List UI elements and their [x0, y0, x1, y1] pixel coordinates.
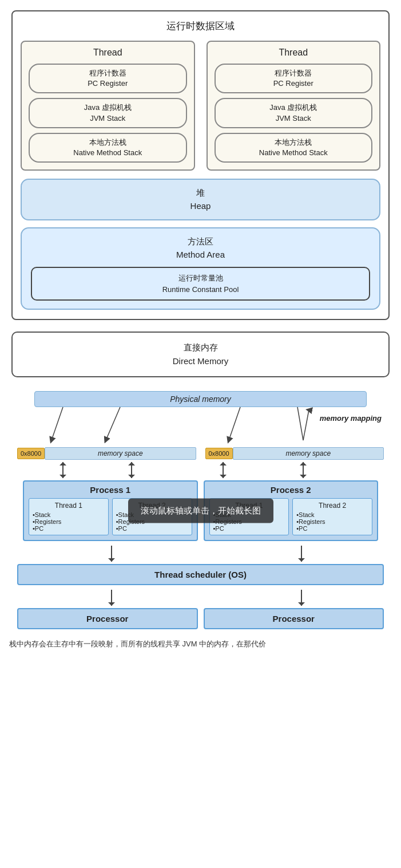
p2-thread1: Thread 1 •Stack •Registers •PC: [209, 498, 289, 535]
svg-line-2: [229, 407, 240, 440]
thread1-title: Thread: [29, 48, 187, 58]
scheduler-box: Thread scheduler (OS): [17, 564, 384, 585]
thread2-pc: 程序计数器 PC Register: [215, 64, 373, 93]
scheduler-row: Thread scheduler (OS): [11, 564, 390, 585]
thread2-title: Thread: [215, 48, 373, 58]
svg-marker-16: [300, 462, 307, 465]
svg-marker-9: [128, 475, 135, 478]
mem-space-label-2: memory space: [233, 447, 384, 460]
processor-box-1: Processor: [17, 608, 198, 629]
thread1-native: 本地方法栈 Native Method Stack: [29, 133, 187, 163]
process1-threads-row: Thread 1 •Stack •Registers •PC Thread 2 …: [29, 498, 192, 535]
svg-marker-24: [298, 602, 305, 606]
svg-marker-13: [220, 462, 227, 465]
runtime-area: 运行时数据区域 Thread 程序计数器 PC Register Java 虚拟…: [11, 10, 390, 320]
p2-thread2: Thread 2 •Stack •Registers •PC: [292, 498, 372, 535]
threads-row: Thread 程序计数器 PC Register Java 虚拟机栈 JVM S…: [21, 41, 380, 171]
toast-overlay: Process 1 Thread 1 •Stack •Registers •PC…: [17, 480, 384, 541]
svg-marker-15: [300, 475, 307, 478]
connector-arrows-svg: [17, 407, 384, 447]
direct-memory-box: 直接内存 Direct Memory: [11, 332, 390, 377]
svg-line-0: [51, 407, 63, 440]
method-area-box: 方法区 Method Area 运行时常量池 Runtime Constant …: [21, 227, 380, 310]
svg-marker-6: [59, 475, 66, 478]
updown-arrows-svg: [17, 462, 384, 478]
process2-threads-row: Thread 1 •Stack •Registers •PC Thread 2 …: [209, 498, 373, 535]
process-box-2: Process 2 Thread 1 •Stack •Registers •PC…: [204, 480, 379, 541]
processor-box-2: Processor: [204, 608, 384, 629]
svg-marker-10: [128, 462, 135, 465]
bottom-text: 栈中内存会在主存中有一段映射，而所有的线程共享 JVM 中的内存，在那代价: [0, 634, 401, 655]
top-diagram: 运行时数据区域 Thread 程序计数器 PC Register Java 虚拟…: [0, 0, 401, 326]
process1-title: Process 1: [29, 485, 192, 495]
svg-marker-7: [59, 462, 66, 465]
p1-thread1: Thread 1 •Stack •Registers •PC: [29, 498, 109, 535]
runtime-pool-box: 运行时常量池 Runtime Constant Pool: [31, 267, 370, 301]
proc-to-sched-arrows: [17, 546, 384, 564]
sched-to-proc-arrows: [17, 590, 384, 608]
method-area-title: 方法区 Method Area: [31, 235, 370, 261]
process-box-1: Process 1 Thread 1 •Stack •Registers •PC…: [23, 480, 198, 541]
svg-marker-20: [298, 558, 305, 562]
svg-line-1: [106, 407, 120, 440]
runtime-area-title: 运行时数据区域: [21, 19, 380, 33]
memory-mapping-label: memory mapping: [320, 414, 382, 423]
heap-box: 堆 Heap: [21, 179, 380, 220]
addr-label-2: 0x8000: [205, 448, 233, 459]
direct-memory-wrapper: 直接内存 Direct Memory: [0, 326, 401, 385]
addr-mem-block-1: 0x8000 memory space: [17, 447, 196, 460]
addr-mem-block-2: 0x8000 memory space: [205, 447, 384, 460]
physical-memory-label: Physical memory: [170, 394, 231, 404]
bottom-diagram: Physical memory: [0, 385, 401, 629]
p1-thread2: Thread 2 •Stack •Registers •PC: [112, 498, 192, 535]
addr-mem-row: 0x8000 memory space 0x8000 memory space: [11, 447, 390, 460]
svg-marker-18: [108, 558, 115, 562]
svg-marker-12: [220, 475, 227, 478]
processes-row: Process 1 Thread 1 •Stack •Registers •PC…: [17, 480, 384, 541]
svg-line-3: [297, 407, 303, 440]
svg-marker-22: [108, 602, 115, 606]
thread1-pc: 程序计数器 PC Register: [29, 64, 187, 93]
thread2-native: 本地方法栈 Native Method Stack: [215, 133, 373, 163]
thread-box-1: Thread 程序计数器 PC Register Java 虚拟机栈 JVM S…: [21, 41, 195, 171]
thread-box-2: Thread 程序计数器 PC Register Java 虚拟机栈 JVM S…: [207, 41, 381, 171]
physical-memory-bar: Physical memory: [34, 391, 367, 407]
addr-label-1: 0x8000: [17, 448, 45, 459]
processors-row: Processor Processor: [11, 608, 390, 629]
thread1-jvm: Java 虚拟机栈 JVM Stack: [29, 98, 187, 128]
process2-title: Process 2: [209, 485, 373, 495]
mem-space-label-1: memory space: [45, 447, 196, 460]
thread2-jvm: Java 虚拟机栈 JVM Stack: [215, 98, 373, 128]
svg-line-4: [303, 410, 309, 440]
